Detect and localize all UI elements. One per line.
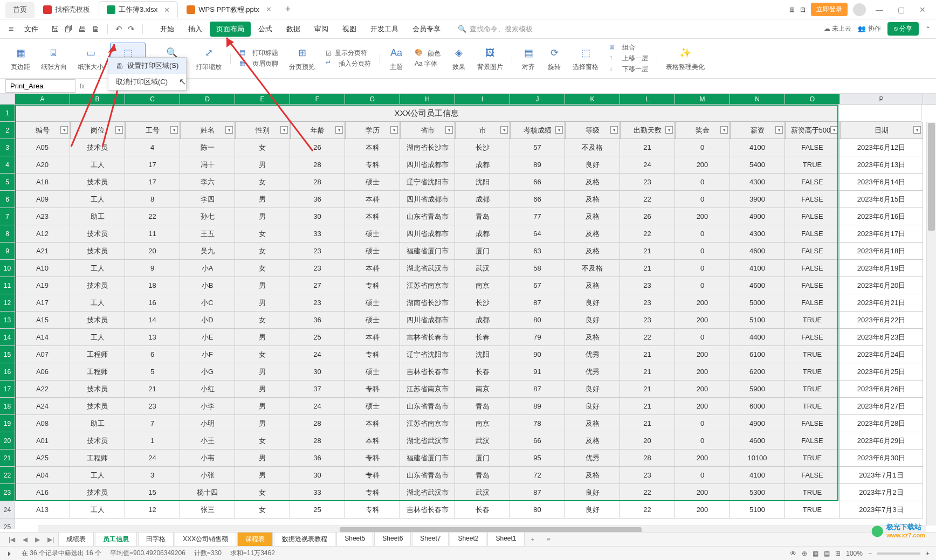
header-薪资高于5000[interactable]: 薪资高于5000▾: [785, 122, 840, 139]
sheet-tab-数据透视表教程[interactable]: 数据透视表教程: [274, 532, 335, 547]
cell[interactable]: 25: [290, 501, 345, 518]
cell[interactable]: 良好: [565, 381, 620, 398]
cell[interactable]: 21: [620, 139, 675, 156]
cell[interactable]: 17: [125, 156, 180, 174]
margins-button[interactable]: ▦页边距: [6, 43, 35, 74]
cell[interactable]: 技术员: [70, 277, 125, 294]
cell[interactable]: 21: [620, 381, 675, 398]
cell[interactable]: 4100: [730, 260, 785, 277]
cell[interactable]: 90: [510, 346, 565, 363]
cell[interactable]: 66: [510, 432, 565, 450]
filter-button[interactable]: ▾: [830, 126, 838, 134]
cell[interactable]: 80: [510, 501, 565, 518]
menu-页面布局[interactable]: 页面布局: [210, 22, 251, 37]
cell[interactable]: 技术员: [70, 484, 125, 501]
cell[interactable]: 及格: [565, 243, 620, 260]
cell[interactable]: 冯十: [180, 156, 235, 174]
undo-icon[interactable]: ↶: [115, 24, 122, 34]
cell[interactable]: 200: [675, 156, 730, 174]
cell[interactable]: 20: [620, 432, 675, 450]
cell[interactable]: 及格: [565, 467, 620, 484]
row-header-22[interactable]: 22: [0, 467, 15, 484]
cell[interactable]: 技术员: [70, 381, 125, 398]
col-header-J[interactable]: J: [510, 94, 565, 104]
close-window-button[interactable]: ✕: [914, 5, 931, 14]
cell[interactable]: 青岛: [455, 467, 510, 484]
cell[interactable]: 南京: [455, 381, 510, 398]
row-header-6[interactable]: 6: [0, 191, 15, 208]
cell[interactable]: FALSE: [785, 174, 840, 191]
cell[interactable]: A07: [15, 346, 70, 363]
cell[interactable]: 优秀: [565, 363, 620, 381]
cell[interactable]: 13: [125, 329, 180, 346]
cell[interactable]: 67: [510, 277, 565, 294]
cell[interactable]: 28: [290, 156, 345, 174]
cell[interactable]: 0: [675, 277, 730, 294]
zoom-slider[interactable]: [877, 552, 920, 555]
cell[interactable]: 30: [290, 363, 345, 381]
cell[interactable]: 8: [125, 191, 180, 208]
cell[interactable]: 66: [510, 174, 565, 191]
cell[interactable]: FALSE: [785, 191, 840, 208]
cell[interactable]: 武汉: [455, 260, 510, 277]
cell[interactable]: 福建省厦门市: [400, 243, 455, 260]
cell[interactable]: 5100: [730, 501, 785, 518]
menu-开发工具[interactable]: 开发工具: [364, 22, 405, 37]
cell[interactable]: 23: [620, 277, 675, 294]
cell[interactable]: 4300: [730, 174, 785, 191]
select-all-corner[interactable]: [0, 94, 15, 104]
cell[interactable]: 33: [290, 484, 345, 501]
cell[interactable]: 200: [675, 363, 730, 381]
row-header-7[interactable]: 7: [0, 208, 15, 225]
cell[interactable]: FALSE: [785, 467, 840, 484]
cell[interactable]: 23: [620, 467, 675, 484]
sheet-tab-Sheet1[interactable]: Sheet1: [487, 532, 524, 547]
cell[interactable]: 工人: [70, 191, 125, 208]
cell[interactable]: 硕士: [345, 225, 400, 243]
cell[interactable]: 男: [235, 329, 290, 346]
cell[interactable]: 及格: [565, 191, 620, 208]
cell[interactable]: 良好: [565, 294, 620, 312]
filter-button[interactable]: ▾: [913, 126, 921, 134]
add-sheet-button[interactable]: +: [526, 536, 540, 543]
row-header-23[interactable]: 23: [0, 484, 15, 501]
cell[interactable]: 专科: [345, 277, 400, 294]
cell[interactable]: 小韦: [180, 450, 235, 467]
tab-add-button[interactable]: +: [280, 4, 295, 15]
col-header-P[interactable]: P: [840, 94, 923, 104]
cell[interactable]: 男: [235, 208, 290, 225]
header-性别[interactable]: 性别▾: [235, 122, 290, 139]
cell[interactable]: 男: [235, 381, 290, 398]
view-page-icon[interactable]: ▤: [824, 550, 830, 557]
cell[interactable]: A22: [15, 381, 70, 398]
cell[interactable]: 0: [675, 225, 730, 243]
cell[interactable]: A20: [15, 156, 70, 174]
filter-button[interactable]: ▾: [335, 126, 343, 134]
tab-home[interactable]: 首页: [5, 2, 35, 18]
cell[interactable]: 硕士: [345, 363, 400, 381]
sheet-tab-员工信息[interactable]: 员工信息: [95, 532, 137, 547]
show-breaks-checkbox[interactable]: ☑显示分页符: [326, 49, 371, 58]
col-header-E[interactable]: E: [235, 94, 290, 104]
cell[interactable]: 17: [125, 174, 180, 191]
cell[interactable]: A05: [15, 139, 70, 156]
col-header-A[interactable]: A: [15, 94, 70, 104]
header-年龄[interactable]: 年龄▾: [290, 122, 345, 139]
cell[interactable]: 6100: [730, 346, 785, 363]
rotate-button[interactable]: ⟳旋转: [542, 43, 566, 74]
cell[interactable]: 4100: [730, 139, 785, 156]
cell[interactable]: FALSE: [785, 432, 840, 450]
cell[interactable]: 21: [620, 398, 675, 415]
cell[interactable]: 22: [620, 501, 675, 518]
cell[interactable]: 专科: [345, 484, 400, 501]
cell[interactable]: 66: [510, 191, 565, 208]
row-header-24[interactable]: 24: [0, 501, 15, 518]
cell[interactable]: 吉林省长春市: [400, 329, 455, 346]
cell[interactable]: 优秀: [565, 450, 620, 467]
cell[interactable]: 4900: [730, 208, 785, 225]
header-薪资[interactable]: 薪资▾: [730, 122, 785, 139]
pagebreak-preview-button[interactable]: ⊞分页预览: [285, 43, 319, 74]
row-header-14[interactable]: 14: [0, 329, 15, 346]
cell[interactable]: 小F: [180, 346, 235, 363]
cell[interactable]: FALSE: [785, 260, 840, 277]
